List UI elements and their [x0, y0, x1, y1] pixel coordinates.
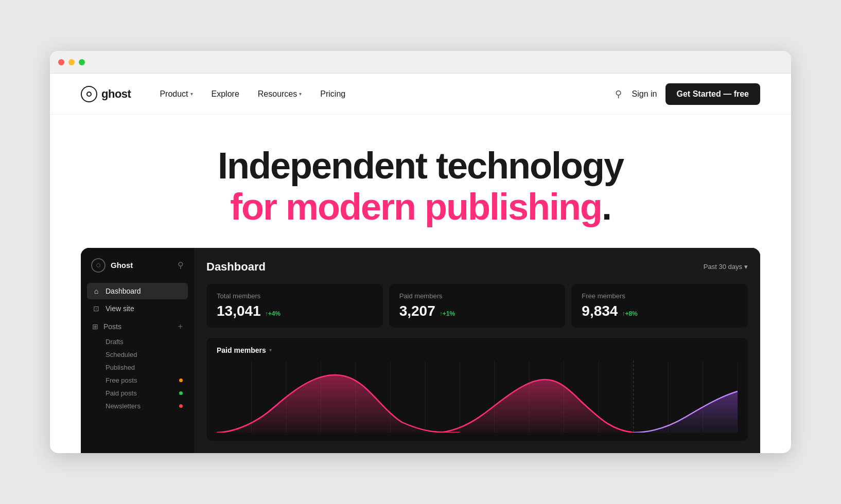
hero-section: Independent technology for modern publis… — [50, 115, 791, 227]
nav-links: Product ▾ Explore Resources ▾ Pricing — [151, 85, 612, 103]
sidebar-brand-name: Ghost — [111, 261, 133, 269]
chart-label: Paid members — [217, 346, 266, 354]
hero-title: Independent technology for modern publis… — [81, 146, 760, 227]
sidebar-item-published[interactable]: Published — [87, 361, 188, 374]
posts-add-button[interactable]: + — [178, 322, 183, 331]
nav-product[interactable]: Product ▾ — [151, 85, 201, 103]
sidebar-item-freeposts[interactable]: Free posts — [87, 374, 188, 387]
get-started-button[interactable]: Get Started — free — [665, 83, 760, 105]
sidebar-logo-inner — [96, 263, 100, 267]
scheduled-label: Scheduled — [106, 351, 137, 358]
sidebar-viewsite-label: View site — [106, 304, 134, 313]
period-label: Past 30 days — [704, 263, 742, 271]
search-icon[interactable]: ⚲ — [613, 86, 624, 102]
nav-product-label: Product — [160, 89, 188, 99]
sidebar-dashboard-label: Dashboard — [106, 287, 141, 295]
published-label: Published — [106, 364, 135, 371]
stat-paid-value: 3,207 — [399, 303, 435, 319]
signin-link[interactable]: Sign in — [632, 89, 657, 99]
stat-total-label: Total members — [217, 292, 373, 300]
sidebar: Ghost ⚲ ⌂ Dashboard ⊡ View site ⊞ Posts — [81, 248, 194, 453]
sidebar-item-dashboard[interactable]: ⌂ Dashboard — [87, 283, 188, 299]
logo-icon — [81, 86, 97, 102]
dashboard-period-selector[interactable]: Past 30 days ▾ — [704, 263, 748, 271]
dashboard-mockup: Ghost ⚲ ⌂ Dashboard ⊡ View site ⊞ Posts — [81, 248, 760, 453]
stat-total-change: ↑+4% — [265, 310, 281, 317]
stat-free-value-row: 9,834 ↑+8% — [582, 303, 738, 319]
stat-paid-change: ↑+1% — [440, 310, 455, 317]
dashboard-icon: ⌂ — [92, 287, 100, 295]
drafts-label: Drafts — [106, 338, 124, 346]
sidebar-item-drafts[interactable]: Drafts — [87, 335, 188, 348]
sidebar-brand: Ghost — [91, 258, 133, 273]
dashboard-main: Dashboard Past 30 days ▾ Total members 1… — [194, 248, 760, 453]
freeposts-label: Free posts — [106, 376, 137, 384]
sidebar-item-scheduled[interactable]: Scheduled — [87, 348, 188, 361]
nav-pricing-label: Pricing — [320, 89, 345, 99]
browser-chrome — [50, 51, 791, 74]
sidebar-posts-section: ⊞ Posts + — [87, 318, 188, 335]
logo[interactable]: ghost — [81, 86, 131, 102]
chart-chevron[interactable]: ▾ — [269, 347, 272, 353]
nav-explore-label: Explore — [212, 89, 239, 99]
posts-icon: ⊞ — [92, 322, 98, 331]
browser-dot-red[interactable] — [58, 59, 64, 65]
navbar: ghost Product ▾ Explore Resources ▾ Pric… — [50, 74, 791, 115]
sidebar-nav: ⌂ Dashboard ⊡ View site ⊞ Posts + Drafts — [81, 283, 194, 412]
stats-row: Total members 13,041 ↑+4% Paid members 3… — [206, 284, 748, 328]
browser-dot-green[interactable] — [79, 59, 85, 65]
logo-text: ghost — [101, 87, 131, 101]
sidebar-posts-label: Posts — [103, 322, 121, 331]
stat-free-members: Free members 9,834 ↑+8% — [571, 284, 748, 328]
dashboard-title: Dashboard — [206, 260, 266, 274]
paidposts-label: Paid posts — [106, 389, 137, 397]
nav-resources-chevron: ▾ — [299, 91, 302, 97]
chart-section: Paid members ▾ — [206, 338, 748, 441]
sidebar-logo-icon — [91, 258, 106, 273]
chart-header: Paid members ▾ — [217, 346, 738, 354]
stat-free-label: Free members — [582, 292, 738, 300]
browser-window: ghost Product ▾ Explore Resources ▾ Pric… — [50, 51, 791, 453]
chart-svg — [217, 361, 738, 433]
stat-free-value: 9,834 — [582, 303, 618, 319]
nav-product-chevron: ▾ — [190, 91, 193, 97]
stat-paid-members: Paid members 3,207 ↑+1% — [389, 284, 566, 328]
hero-title-line1: Independent technology — [218, 145, 623, 186]
chart-area — [217, 361, 738, 433]
chart-area-fill-1 — [217, 375, 460, 433]
stat-paid-value-row: 3,207 ↑+1% — [399, 303, 555, 319]
sidebar-item-paidposts[interactable]: Paid posts — [87, 387, 188, 400]
newsletters-dot — [179, 404, 183, 408]
sidebar-search-icon[interactable]: ⚲ — [178, 260, 184, 270]
viewsite-icon: ⊡ — [92, 304, 100, 313]
stat-total-value: 13,041 — [217, 303, 261, 319]
hero-title-period: . — [602, 186, 611, 227]
browser-dot-yellow[interactable] — [68, 59, 75, 65]
stat-total-members: Total members 13,041 ↑+4% — [206, 284, 383, 328]
paidposts-dot — [179, 391, 183, 395]
freeposts-dot — [179, 379, 183, 382]
sidebar-item-newsletters[interactable]: Newsletters — [87, 400, 188, 412]
nav-resources[interactable]: Resources ▾ — [250, 85, 310, 103]
newsletters-label: Newsletters — [106, 402, 141, 410]
nav-right: ⚲ Sign in Get Started — free — [613, 83, 760, 105]
hero-title-pink: for modern publishing — [230, 186, 602, 227]
nav-explore[interactable]: Explore — [203, 85, 248, 103]
logo-inner — [86, 92, 92, 97]
stat-total-value-row: 13,041 ↑+4% — [217, 303, 373, 319]
nav-resources-label: Resources — [258, 89, 297, 99]
dashboard-header: Dashboard Past 30 days ▾ — [206, 260, 748, 274]
period-chevron: ▾ — [744, 263, 748, 271]
stat-paid-label: Paid members — [399, 292, 555, 300]
sidebar-header: Ghost ⚲ — [81, 258, 194, 283]
sidebar-item-viewsite[interactable]: ⊡ View site — [87, 300, 188, 317]
stat-free-change: ↑+8% — [622, 310, 637, 317]
nav-pricing[interactable]: Pricing — [312, 85, 354, 103]
